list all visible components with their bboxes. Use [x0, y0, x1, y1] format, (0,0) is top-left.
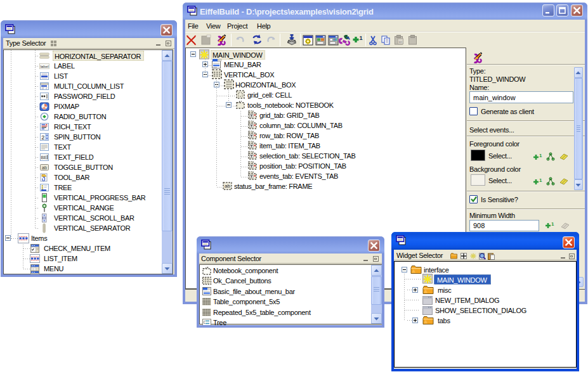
svg-text:1: 1 [360, 35, 363, 41]
svg-text:1: 1 [539, 153, 542, 158]
svg-text:ab: ab [42, 165, 47, 170]
svg-text:1: 1 [551, 221, 554, 227]
svg-text:2: 2 [41, 134, 44, 141]
svg-text:1: 1 [539, 177, 542, 183]
svg-text:sn: sn [399, 40, 403, 44]
svg-text:label: label [41, 64, 49, 68]
svg-text:BE: BE [41, 155, 48, 160]
svg-text:ab: ab [225, 183, 230, 189]
